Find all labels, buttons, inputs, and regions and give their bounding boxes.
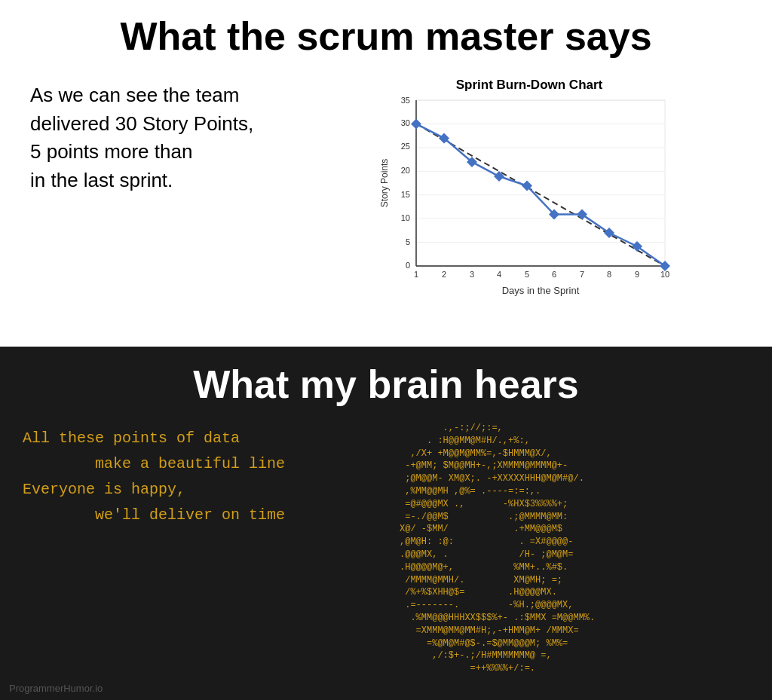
svg-text:4: 4 — [497, 270, 501, 279]
chart-title: Sprint Burn-Down Chart — [378, 78, 680, 93]
top-content: As we can see the team delivered 30 Stor… — [0, 66, 772, 347]
top-section: What the scrum master says As we can see… — [0, 0, 772, 347]
svg-text:3: 3 — [470, 270, 474, 279]
chart-area: Sprint Burn-Down Chart — [317, 74, 742, 311]
svg-text:1: 1 — [414, 270, 418, 279]
bottom-title: What my brain hears — [0, 347, 772, 414]
svg-text:2: 2 — [442, 270, 446, 279]
svg-text:6: 6 — [552, 270, 556, 279]
bottom-section: What my brain hears All these points of … — [0, 347, 772, 700]
scrum-text-content: As we can see the team delivered 30 Stor… — [30, 84, 253, 191]
svg-text:0: 0 — [406, 261, 410, 270]
chart-svg: 0 5 10 15 20 25 30 35 Story Points 1 2 3… — [378, 96, 680, 311]
svg-text:Days in the Sprint: Days in the Sprint — [502, 285, 580, 296]
svg-text:15: 15 — [401, 190, 410, 199]
burndown-chart: Sprint Burn-Down Chart — [378, 78, 680, 311]
svg-text:Story Points: Story Points — [379, 159, 390, 208]
brain-poem: All these points of data make a beautifu… — [23, 418, 400, 692]
watermark: ProgrammerHumor.io — [9, 683, 103, 694]
svg-text:7: 7 — [580, 270, 584, 279]
svg-text:35: 35 — [401, 96, 410, 105]
svg-text:20: 20 — [401, 166, 410, 175]
svg-text:5: 5 — [525, 270, 529, 279]
svg-text:10: 10 — [401, 213, 410, 222]
scrum-master-text: As we can see the team delivered 30 Stor… — [30, 74, 317, 195]
svg-text:9: 9 — [635, 270, 639, 279]
top-title: What the scrum master says — [0, 0, 772, 66]
svg-text:5: 5 — [406, 237, 410, 246]
bottom-content: All these points of data make a beautifu… — [0, 414, 772, 700]
svg-text:30: 30 — [401, 118, 410, 127]
svg-text:25: 25 — [401, 142, 410, 151]
ascii-art: .,-:;//;:=, . :H@@MM@M#H/.,+%:, ,/X+ +M@… — [400, 418, 757, 692]
svg-text:8: 8 — [607, 270, 611, 279]
